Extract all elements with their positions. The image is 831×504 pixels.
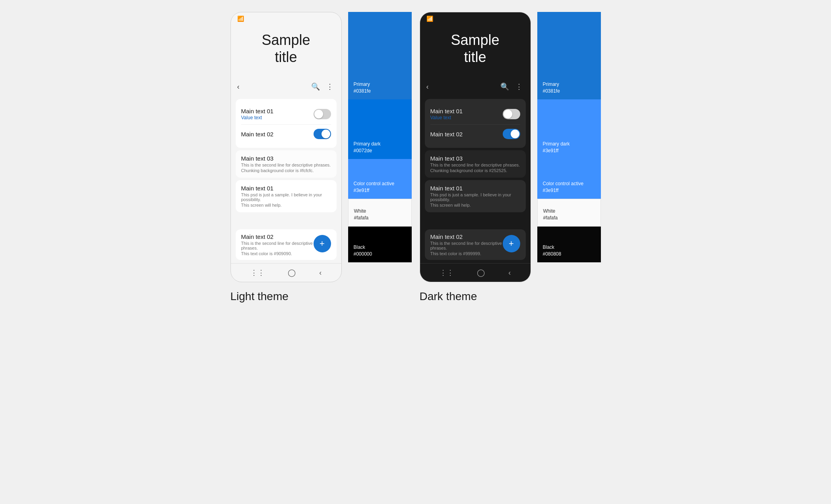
dark-primary-dark-label: Primary dark#3e91ff xyxy=(543,141,595,154)
light-primary-label: Primary#0381fe xyxy=(354,81,406,95)
dark-toolbar: ‹ 🔍 ⋮ xyxy=(420,78,531,96)
nav-recent-icon[interactable]: ⋮⋮ xyxy=(250,268,265,277)
light-item-value-1: Value text xyxy=(241,115,314,120)
light-phone: 📶 Sampletitle ‹ 🔍 ⋮ Main text 01 xyxy=(231,12,342,282)
light-nav: ⋮⋮ ◯ ‹ xyxy=(231,263,341,282)
light-color-control-label: Color control active#3e91ff xyxy=(354,180,406,194)
dark-nav-recent-icon[interactable]: ⋮⋮ xyxy=(440,268,454,277)
light-theme-label: Light theme xyxy=(231,290,289,303)
more-icon[interactable]: ⋮ xyxy=(325,81,335,93)
light-fab-main: Main text 02 xyxy=(241,233,314,240)
light-chunk-card: Main text 03 This is the second line for… xyxy=(236,150,337,178)
light-toolbar: ‹ 🔍 ⋮ xyxy=(231,78,341,96)
dark-list2-desc1: This psd is just a sample. I believe in … xyxy=(430,192,520,202)
light-item-main-1: Main text 01 xyxy=(241,108,314,114)
dark-content: Main text 01 Value text Main text 02 xyxy=(420,96,531,226)
light-status-bar: 📶 xyxy=(231,12,341,23)
light-list2-main: Main text 01 xyxy=(241,185,331,192)
dark-item-main-2: Main text 02 xyxy=(430,131,503,138)
dark-white-label: White#fafafa xyxy=(543,208,595,221)
wifi-icon: 📶 xyxy=(237,16,244,22)
dark-list2-main: Main text 01 xyxy=(430,185,520,192)
light-primary-dark-label: Primary dark#0072de xyxy=(354,141,406,154)
light-phone-title: Sampletitle xyxy=(262,31,310,66)
dark-palette-primary: Primary#0381fe xyxy=(537,12,601,99)
dark-list-item-2: Main text 02 xyxy=(430,125,520,143)
dark-search-icon[interactable]: 🔍 xyxy=(499,81,511,93)
dark-back-icon[interactable]: ‹ xyxy=(426,83,429,91)
dark-palette: Primary#0381fe Primary dark#3e91ff Color… xyxy=(537,12,601,262)
dark-chunk-desc1: This is the second line for descriptive … xyxy=(430,163,520,167)
dark-palette-primary-dark: Primary dark#3e91ff xyxy=(537,99,601,159)
light-list-card-2: Main text 01 This psd is just a sample. … xyxy=(236,180,337,212)
page-container: 📶 Sampletitle ‹ 🔍 ⋮ Main text 01 xyxy=(231,12,601,303)
dark-fab-desc2: This text color is #999999. xyxy=(430,251,503,256)
light-item-text-1: Main text 01 Value text xyxy=(241,108,314,120)
dark-nav: ⋮⋮ ◯ ‹ xyxy=(420,263,531,282)
dark-fab-main: Main text 02 xyxy=(430,233,503,240)
dark-item-text-2: Main text 02 xyxy=(430,131,503,138)
search-icon[interactable]: 🔍 xyxy=(310,81,322,93)
dark-toggle-1[interactable] xyxy=(503,109,520,119)
nav-back-icon[interactable]: ‹ xyxy=(319,269,322,277)
light-fab-item: Main text 02 This is the second line for… xyxy=(236,229,337,260)
back-icon[interactable]: ‹ xyxy=(237,83,240,91)
light-item-main-2: Main text 02 xyxy=(241,131,314,138)
dark-fab-text: Main text 02 This is the second line for… xyxy=(430,233,503,256)
light-toggle-2[interactable] xyxy=(314,129,331,139)
dark-chunk-card: Main text 03 This is the second line for… xyxy=(425,150,526,178)
light-palette: Primary#0381fe Primary dark#0072de Color… xyxy=(348,12,412,262)
dark-list2-desc2: This screen will help. xyxy=(430,203,520,207)
light-palette-black: Black#000000 xyxy=(348,227,412,262)
fab-button-dark[interactable]: + xyxy=(503,235,520,252)
dark-palette-white: White#fafafa xyxy=(537,199,601,227)
dark-list-card-2: Main text 01 This psd is just a sample. … xyxy=(425,180,526,212)
dark-chunk-main: Main text 03 xyxy=(430,155,520,162)
dark-item-text-1: Main text 01 Value text xyxy=(430,108,503,120)
light-phone-and-palette: 📶 Sampletitle ‹ 🔍 ⋮ Main text 01 xyxy=(231,12,412,282)
light-chunk-desc1: This is the second line for descriptive … xyxy=(241,163,331,167)
dark-item-main-1: Main text 01 xyxy=(430,108,503,114)
nav-home-icon[interactable]: ◯ xyxy=(288,268,296,277)
dark-more-icon[interactable]: ⋮ xyxy=(514,81,524,93)
dark-primary-label: Primary#0381fe xyxy=(543,81,595,95)
light-palette-white: White#fafafa xyxy=(348,199,412,227)
dark-toggle-2[interactable] xyxy=(503,129,520,139)
light-fab-desc1: This is the second line for descriptive … xyxy=(241,241,314,250)
toggle-knob-1 xyxy=(314,110,323,118)
light-list-item-1: Main text 01 Value text xyxy=(241,104,331,125)
dark-theme-section: 📶 Sampletitle ‹ 🔍 ⋮ Main text 01 xyxy=(420,12,601,303)
light-fab-section: Main text 02 This is the second line for… xyxy=(231,226,341,263)
toggle-knob-2 xyxy=(322,130,330,138)
light-palette-primary-dark: Primary dark#0072de xyxy=(348,99,412,159)
dark-nav-back-icon[interactable]: ‹ xyxy=(508,269,511,277)
dark-list-card-1: Main text 01 Value text Main text 02 xyxy=(425,99,526,148)
light-chunk-desc2: Chunking background color is #fcfcfc. xyxy=(241,168,331,173)
dark-nav-home-icon[interactable]: ◯ xyxy=(477,268,485,277)
dark-chunk-desc2: Chunking background color is #252525. xyxy=(430,168,520,173)
light-list-item-2: Main text 02 xyxy=(241,125,331,143)
light-white-label: White#fafafa xyxy=(354,208,406,221)
light-black-label: Black#000000 xyxy=(354,244,406,258)
dark-phone: 📶 Sampletitle ‹ 🔍 ⋮ Main text 01 xyxy=(420,12,531,282)
dark-palette-black: Black#080808 xyxy=(537,227,601,262)
dark-status-bar: 📶 xyxy=(420,12,531,23)
dark-theme-label: Dark theme xyxy=(420,290,477,303)
dark-fab-section: Main text 02 This is the second line for… xyxy=(420,226,531,263)
dark-wifi-icon: 📶 xyxy=(426,16,433,22)
light-toggle-1[interactable] xyxy=(314,109,331,119)
light-list2-desc1: This psd is just a sample. I believe in … xyxy=(241,192,331,202)
dark-list-item-1: Main text 01 Value text xyxy=(430,104,520,125)
fab-button-light[interactable]: + xyxy=(314,235,331,252)
light-fab-text: Main text 02 This is the second line for… xyxy=(241,233,314,256)
light-palette-color-control: Color control active#3e91ff xyxy=(348,159,412,199)
dark-black-label: Black#080808 xyxy=(543,244,595,258)
dark-title-area: Sampletitle xyxy=(420,23,531,78)
dark-toggle-knob-1 xyxy=(504,110,512,118)
light-theme-section: 📶 Sampletitle ‹ 🔍 ⋮ Main text 01 xyxy=(231,12,412,303)
light-item-text-2: Main text 02 xyxy=(241,131,314,138)
light-content: Main text 01 Value text Main text 02 xyxy=(231,96,341,226)
light-fab-desc2: This text color is #909090. xyxy=(241,251,314,256)
light-palette-primary: Primary#0381fe xyxy=(348,12,412,99)
dark-palette-color-control: Color control active#3e91ff xyxy=(537,159,601,199)
